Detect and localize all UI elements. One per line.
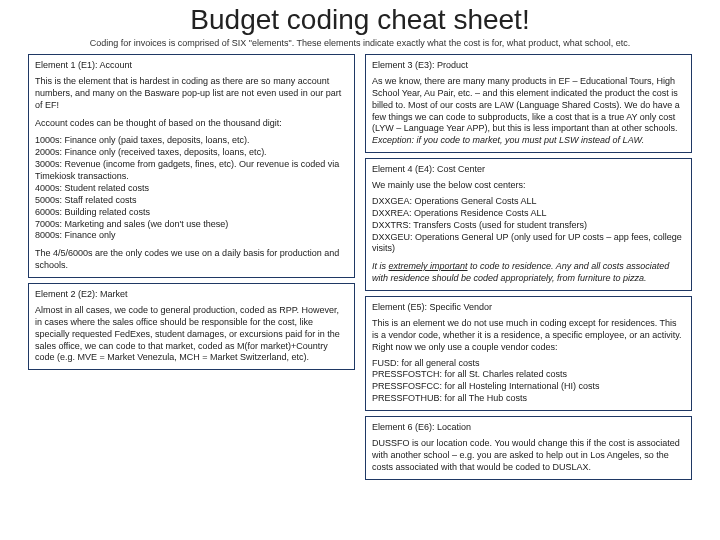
e3-p1-text: As we know, there are many many products… bbox=[372, 76, 680, 134]
e2-title: Element 2 (E2): Market bbox=[35, 289, 348, 301]
left-column: Element 1 (E1): Account This is the elem… bbox=[28, 54, 355, 480]
e4-p2: DXXGEA: Operations General Costs ALL DXX… bbox=[372, 196, 685, 255]
element-5-box: Element (E5): Specific Vendor This is an… bbox=[365, 296, 692, 411]
e2-p1: Almost in all cases, we code to general … bbox=[35, 305, 348, 364]
e4-p3a: It is bbox=[372, 261, 389, 271]
e3-title: Element 3 (E3): Product bbox=[372, 60, 685, 72]
page-title: Budget coding cheat sheet! bbox=[0, 4, 720, 36]
element-2-box: Element 2 (E2): Market Almost in all cas… bbox=[28, 283, 355, 370]
e1-title: Element 1 (E1): Account bbox=[35, 60, 348, 72]
e1-p2: Account codes can be thought of based on… bbox=[35, 118, 348, 130]
e1-p1: This is the element that is hardest in c… bbox=[35, 76, 348, 112]
e3-p1-exception: Exception: if you code to market, you mu… bbox=[372, 135, 644, 145]
page-subtitle: Coding for invoices is comprised of SIX … bbox=[0, 38, 720, 48]
e1-p3: 1000s: Finance only (paid taxes, deposit… bbox=[35, 135, 348, 242]
e4-p1: We mainly use the below cost centers: bbox=[372, 180, 685, 192]
element-6-box: Element 6 (E6): Location DUSSFO is our l… bbox=[365, 416, 692, 480]
e5-title: Element (E5): Specific Vendor bbox=[372, 302, 685, 314]
e4-title: Element 4 (E4): Cost Center bbox=[372, 164, 685, 176]
e5-p1: This is an element we do not use much in… bbox=[372, 318, 685, 354]
e4-p3b: extremely important bbox=[389, 261, 468, 271]
e6-p1: DUSSFO is our location code. You would c… bbox=[372, 438, 685, 474]
element-3-box: Element 3 (E3): Product As we know, ther… bbox=[365, 54, 692, 153]
e4-p3: It is extremely important to code to res… bbox=[372, 261, 685, 285]
e5-p2: FUSD: for all general costs PRESSFOSTCH:… bbox=[372, 358, 685, 406]
e1-p4: The 4/5/6000s are the only codes we use … bbox=[35, 248, 348, 272]
element-1-box: Element 1 (E1): Account This is the elem… bbox=[28, 54, 355, 278]
e6-title: Element 6 (E6): Location bbox=[372, 422, 685, 434]
element-4-box: Element 4 (E4): Cost Center We mainly us… bbox=[365, 158, 692, 291]
e3-p1: As we know, there are many many products… bbox=[372, 76, 685, 147]
right-column: Element 3 (E3): Product As we know, ther… bbox=[365, 54, 692, 480]
